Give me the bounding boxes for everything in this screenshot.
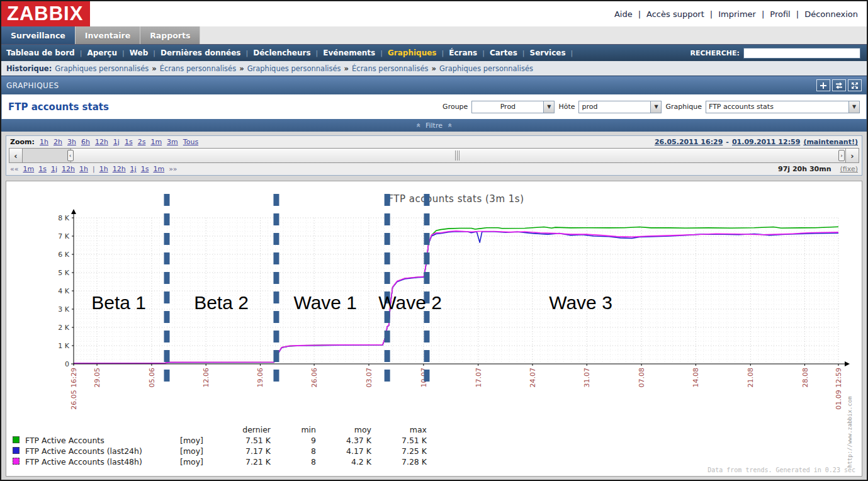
range-end-handle[interactable]: › xyxy=(838,150,845,161)
add-graph-button[interactable] xyxy=(816,79,830,91)
range-drag-grip[interactable] xyxy=(454,150,461,161)
zoom-link-1h[interactable]: 1h xyxy=(40,138,48,146)
zoom-link-2h[interactable]: 2h xyxy=(54,138,62,146)
separator: | xyxy=(80,49,82,57)
separator: | xyxy=(571,49,573,57)
breadcrumb-item[interactable]: Écrans personnalisés xyxy=(160,64,237,73)
header-link-aide[interactable]: Aide xyxy=(614,9,633,19)
breadcrumb-item[interactable]: Graphiques personnalisés xyxy=(55,64,149,73)
range-start-handle[interactable]: ‹ xyxy=(67,150,74,161)
hote-select[interactable]: prod ▼ xyxy=(578,101,662,113)
graphique-label: Graphique xyxy=(665,103,702,111)
zoom-link-3m[interactable]: 3m xyxy=(167,138,178,146)
separator: | xyxy=(245,49,248,57)
section-icons xyxy=(816,79,862,91)
menu-item-web[interactable]: Web xyxy=(130,48,149,57)
zoom-link-3h[interactable]: 3h xyxy=(67,138,76,146)
tab-rapports[interactable]: Rapports xyxy=(140,26,200,44)
search-input[interactable] xyxy=(743,48,860,59)
breadcrumb-item[interactable]: Graphiques personnalisés xyxy=(247,64,341,73)
series-avg: 4.2 K xyxy=(316,457,371,467)
series-name: FTP Active Accounts xyxy=(25,436,180,445)
header-link-déconnexion[interactable]: Déconnexion xyxy=(804,9,858,19)
nav-fwd-1j[interactable]: 1j xyxy=(130,165,137,173)
zoom-link-1j[interactable]: 1j xyxy=(113,138,120,146)
period-end-link[interactable]: 01.09.2011 12:59 xyxy=(732,138,800,146)
x-tick-label: 17.07 xyxy=(475,368,483,388)
tab-surveillance[interactable]: Surveillance xyxy=(1,26,76,44)
time-scrollbar: ‹ ‹ › › xyxy=(9,148,859,163)
refresh-button[interactable] xyxy=(832,79,846,91)
nav-fwd-1s[interactable]: 1s xyxy=(141,165,149,173)
now-link[interactable]: (maintenant!) xyxy=(803,138,858,146)
y-tick-label: 6 K xyxy=(58,251,69,259)
y-tick-label: 1 K xyxy=(58,342,69,350)
x-tick-label: 28.08 xyxy=(801,368,809,388)
separator: | xyxy=(522,49,525,57)
menu-item-graphiques[interactable]: Graphiques xyxy=(388,48,437,57)
x-tick-label: 31.07 xyxy=(583,368,591,388)
search-label: RECHERCHE: xyxy=(690,49,740,57)
menu-item-services[interactable]: Services xyxy=(530,48,566,57)
nav-fwd-1m[interactable]: 1m xyxy=(153,165,164,173)
nav-back-1s[interactable]: 1s xyxy=(38,165,47,173)
hote-value: prod xyxy=(579,103,650,111)
top-header: ZABBIX Aide|Accès support|Imprimer|Profi… xyxy=(1,1,867,26)
nav-prev-icon[interactable]: «« xyxy=(10,165,18,173)
nav-next-icon[interactable]: »» xyxy=(169,165,177,173)
menu-item-aperçu[interactable]: Aperçu xyxy=(87,48,117,57)
menu-item-tableau-de-bord[interactable]: Tableau de bord xyxy=(6,48,75,57)
zabbix-app: ZABBIX Aide|Accès support|Imprimer|Profi… xyxy=(0,0,868,481)
groupe-select[interactable]: Prod ▼ xyxy=(471,101,555,113)
chart-legend: dernierminmoymaxFTP Active Accounts[moy]… xyxy=(13,424,427,467)
zoom-link-12h[interactable]: 12h xyxy=(95,138,108,146)
header-link-profil[interactable]: Profil xyxy=(770,9,790,19)
series-name: FTP Active Accounts (last24h) xyxy=(25,446,180,456)
header-link-imprimer[interactable]: Imprimer xyxy=(718,9,756,19)
period-duration: 97j 20h 30mn (fixe) xyxy=(778,165,858,173)
zoom-link-tous[interactable]: Tous xyxy=(183,138,198,146)
period-dates: 26.05.2011 16:29 - 01.09.2011 12:59 (mai… xyxy=(655,138,858,146)
y-tick-label: 5 K xyxy=(58,269,69,277)
graphique-select[interactable]: FTP accounts stats ▼ xyxy=(706,101,860,113)
breadcrumb-items: Graphiques personnalisés»Écrans personna… xyxy=(55,64,533,73)
nav-back-12h[interactable]: 12h xyxy=(62,165,75,173)
breadcrumb-item[interactable]: Graphiques personnalisés xyxy=(439,64,533,73)
zoom-link-2s[interactable]: 2s xyxy=(138,138,146,146)
scroll-right-button[interactable]: › xyxy=(845,148,859,163)
fullscreen-button[interactable] xyxy=(848,79,862,91)
header-link-accès-support[interactable]: Accès support xyxy=(646,9,704,19)
main-tabs: SurveillanceInventaireRapports xyxy=(1,26,867,44)
legend-row: FTP Active Accounts (last24h)[moy]7.17 K… xyxy=(13,446,427,456)
series-min: 9 xyxy=(271,436,316,445)
y-tick-label: 8 K xyxy=(58,214,69,222)
nav-back-1j[interactable]: 1j xyxy=(51,165,57,173)
breadcrumb-item[interactable]: Écrans personnalisés xyxy=(352,64,429,73)
nav-back-1m[interactable]: 1m xyxy=(23,165,34,173)
y-tick-label: 3 K xyxy=(58,305,69,314)
zoom-link-1m[interactable]: 1m xyxy=(150,138,162,146)
zoom-link-1s[interactable]: 1s xyxy=(125,138,133,146)
nav-fwd-12h[interactable]: 12h xyxy=(113,165,126,173)
series-max: 7.51 K xyxy=(371,436,427,445)
tab-inventaire[interactable]: Inventaire xyxy=(76,26,140,44)
fixed-toggle-link[interactable]: (fixe) xyxy=(840,165,858,173)
nav-back-1h[interactable]: 1h xyxy=(79,165,88,173)
breadcrumb-separator: » xyxy=(344,64,349,73)
menu-item-déclencheurs[interactable]: Déclencheurs xyxy=(253,48,310,57)
scrollbar-track[interactable]: ‹ › xyxy=(23,148,845,163)
plus-icon xyxy=(820,82,827,89)
period-start-link[interactable]: 26.05.2011 16:29 xyxy=(655,138,723,146)
menu-item-écrans[interactable]: Écrans xyxy=(449,48,477,57)
watermark: http://www.zabbix.com xyxy=(847,396,853,468)
menu-item-evénements[interactable]: Evénements xyxy=(323,48,375,57)
menu-item-dernières-données[interactable]: Dernières données xyxy=(161,48,241,57)
zoom-link-6h[interactable]: 6h xyxy=(81,138,90,146)
filtre-toggle[interactable]: « Filtre « xyxy=(1,119,867,132)
breadcrumb-separator: » xyxy=(239,64,244,73)
menu-item-cartes[interactable]: Cartes xyxy=(490,48,517,57)
x-axis-arrow xyxy=(845,361,850,366)
series-color-swatch xyxy=(13,447,20,454)
nav-fwd-1h[interactable]: 1h xyxy=(99,165,108,173)
scroll-left-button[interactable]: ‹ xyxy=(9,148,23,163)
